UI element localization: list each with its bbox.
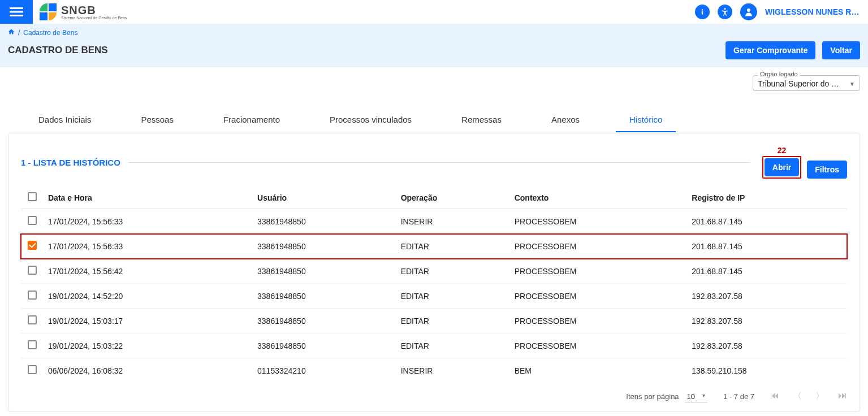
cell-operacao: EDITAR xyxy=(396,284,510,309)
cell-data: 17/01/2024, 15:56:42 xyxy=(44,259,253,284)
brand-name: SNGB xyxy=(61,5,127,16)
row-checkbox[interactable] xyxy=(28,266,37,275)
cell-operacao: EDITAR xyxy=(396,333,510,358)
cell-usuario: 33861948850 xyxy=(253,209,396,234)
cell-operacao: EDITAR xyxy=(396,234,510,259)
breadcrumb-home[interactable] xyxy=(8,28,15,37)
cell-ip: 201.68.87.145 xyxy=(687,234,847,259)
tab-anexos[interactable]: Anexos xyxy=(538,108,593,132)
cell-data: 19/01/2024, 15:03:17 xyxy=(44,309,253,333)
cell-operacao: INSERIR xyxy=(396,358,510,383)
row-checkbox[interactable] xyxy=(28,365,37,374)
row-checkbox[interactable] xyxy=(28,216,37,225)
orgao-legend: Órgão logado xyxy=(758,71,800,77)
tab-processos-vinculados[interactable]: Processos vinculados xyxy=(316,108,425,132)
col-data[interactable]: Data e Hora xyxy=(44,187,253,209)
row-checkbox[interactable] xyxy=(28,340,37,349)
cell-contexto: PROCESSOBEM xyxy=(510,333,688,358)
app-logo: SNGB Sistema Nacional de Gestão de Bens xyxy=(40,3,127,20)
hamburger-icon xyxy=(10,5,23,19)
cell-contexto: PROCESSOBEM xyxy=(510,309,688,333)
user-display-name[interactable]: WIGLESSON NUNES RO… xyxy=(765,7,861,16)
next-page-button[interactable]: 〉 xyxy=(815,391,824,402)
user-avatar[interactable] xyxy=(740,3,757,20)
accessibility-button[interactable] xyxy=(718,5,732,19)
brand-tagline: Sistema Nacional de Gestão de Bens xyxy=(61,16,127,20)
breadcrumb-current[interactable]: Cadastro de Bens xyxy=(23,29,77,37)
cell-data: 06/06/2024, 16:08:32 xyxy=(44,358,253,383)
svg-point-3 xyxy=(702,9,703,11)
tab-fracionamento[interactable]: Fracionamento xyxy=(210,108,293,132)
cell-data: 19/01/2024, 15:03:22 xyxy=(44,333,253,358)
gerar-comprovante-button[interactable]: Gerar Comprovante xyxy=(726,41,815,59)
table-row[interactable]: 17/01/2024, 15:56:3333861948850EDITARPRO… xyxy=(21,234,847,259)
ipp-label: Itens por página xyxy=(626,392,679,401)
menu-button[interactable] xyxy=(0,0,33,24)
cell-ip: 192.83.207.58 xyxy=(687,309,847,333)
tab-pessoas[interactable]: Pessoas xyxy=(127,108,187,132)
table-row[interactable]: 17/01/2024, 15:56:4233861948850EDITARPRO… xyxy=(21,259,847,284)
table-row[interactable]: 06/06/2024, 16:08:3201153324210INSERIRBE… xyxy=(21,358,847,383)
cell-usuario: 33861948850 xyxy=(253,309,396,333)
abrir-button[interactable]: Abrir xyxy=(765,158,799,176)
orgao-value: Tribunal Superior do Tra… xyxy=(758,79,843,88)
svg-rect-1 xyxy=(10,11,23,13)
cell-data: 17/01/2024, 15:56:33 xyxy=(44,209,253,234)
panel-title: 1 - LISTA DE HISTÓRICO xyxy=(21,158,120,167)
history-table: Data e Hora Usuário Operação Contexto Re… xyxy=(21,187,847,383)
cell-usuario: 33861948850 xyxy=(253,333,396,358)
col-usuario[interactable]: Usuário xyxy=(253,187,396,209)
pagination: Itens por página 10 1 - 7 de 7 ⏮ 〈 〉 ⏭ xyxy=(21,391,847,402)
cell-usuario: 33861948850 xyxy=(253,284,396,309)
col-operacao[interactable]: Operação xyxy=(396,187,510,209)
col-contexto[interactable]: Contexto xyxy=(510,187,688,209)
table-row[interactable]: 19/01/2024, 15:03:1733861948850EDITARPRO… xyxy=(21,309,847,333)
info-button[interactable] xyxy=(695,5,710,19)
row-checkbox[interactable] xyxy=(28,291,37,300)
tab-histórico[interactable]: Histórico xyxy=(616,108,676,132)
user-icon xyxy=(744,7,754,17)
tab-remessas[interactable]: Remessas xyxy=(448,108,515,132)
cell-contexto: PROCESSOBEM xyxy=(510,209,688,234)
tabs: Dados IniciaisPessoasFracionamentoProces… xyxy=(8,108,860,133)
accessibility-icon xyxy=(720,7,729,16)
abrir-annotation: 22 xyxy=(778,146,787,155)
tab-dados-iniciais[interactable]: Dados Iniciais xyxy=(25,108,105,132)
svg-point-6 xyxy=(747,8,750,12)
prev-page-button[interactable]: 〈 xyxy=(793,391,802,402)
chevron-down-icon: ▼ xyxy=(849,81,855,87)
cell-contexto: PROCESSOBEM xyxy=(510,284,688,309)
last-page-button[interactable]: ⏭ xyxy=(838,391,847,402)
first-page-button[interactable]: ⏮ xyxy=(770,391,779,402)
cell-operacao: EDITAR xyxy=(396,309,510,333)
home-icon xyxy=(8,28,15,35)
row-checkbox[interactable] xyxy=(28,241,37,250)
filtros-button[interactable]: Filtros xyxy=(807,161,847,179)
breadcrumb: / Cadastro de Bens xyxy=(8,28,860,37)
svg-point-5 xyxy=(724,8,726,10)
info-icon xyxy=(698,8,706,16)
subheader: / Cadastro de Bens CADASTRO DE BENS Gera… xyxy=(0,24,868,67)
table-row[interactable]: 19/01/2024, 15:03:2233861948850EDITARPRO… xyxy=(21,333,847,358)
ipp-select[interactable]: 10 xyxy=(685,391,707,402)
cell-contexto: BEM xyxy=(510,358,688,383)
history-panel: 1 - LISTA DE HISTÓRICO 22 Abrir Filtros … xyxy=(8,133,860,412)
voltar-button[interactable]: Voltar xyxy=(822,41,860,59)
svg-rect-2 xyxy=(10,15,23,16)
page-range: 1 - 7 de 7 xyxy=(723,392,754,401)
cell-data: 19/01/2024, 14:52:20 xyxy=(44,284,253,309)
cell-data: 17/01/2024, 15:56:33 xyxy=(44,234,253,259)
select-all-checkbox[interactable] xyxy=(28,192,37,201)
row-checkbox[interactable] xyxy=(28,315,37,324)
cell-contexto: PROCESSOBEM xyxy=(510,259,688,284)
cell-contexto: PROCESSOBEM xyxy=(510,234,688,259)
svg-rect-0 xyxy=(10,7,23,9)
orgao-select[interactable]: Órgão logado Tribunal Superior do Tra… ▼ xyxy=(753,75,860,91)
cell-ip: 192.83.207.58 xyxy=(687,333,847,358)
table-row[interactable]: 19/01/2024, 14:52:2033861948850EDITARPRO… xyxy=(21,284,847,309)
col-ip[interactable]: Registro de IP xyxy=(687,187,847,209)
logo-mark-icon xyxy=(40,3,57,20)
cell-ip: 201.68.87.145 xyxy=(687,209,847,234)
body-area: Órgão logado Tribunal Superior do Tra… ▼… xyxy=(0,67,868,416)
table-row[interactable]: 17/01/2024, 15:56:3333861948850INSERIRPR… xyxy=(21,209,847,234)
